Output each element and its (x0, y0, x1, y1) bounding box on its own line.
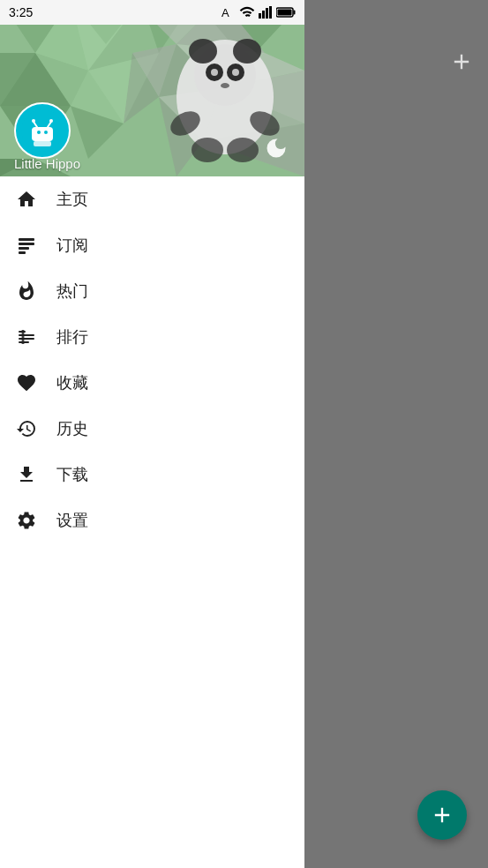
sidebar-label-subscribe: 订阅 (56, 235, 88, 256)
home-icon (14, 187, 39, 212)
sidebar-item-history[interactable]: 历史 (0, 406, 304, 452)
svg-rect-53 (19, 251, 26, 254)
favorites-icon (14, 370, 39, 395)
svg-point-61 (21, 340, 25, 344)
svg-rect-50 (19, 238, 34, 241)
settings-icon (14, 508, 39, 533)
download-icon (14, 462, 39, 487)
svg-rect-49 (34, 141, 51, 146)
sidebar-item-download[interactable]: 下载 (0, 452, 304, 498)
sidebar-item-settings[interactable]: 设置 (0, 498, 304, 543)
svg-point-40 (227, 138, 259, 162)
svg-rect-65 (266, 8, 268, 19)
svg-text:A: A (221, 6, 229, 19)
svg-rect-64 (262, 11, 265, 19)
svg-point-44 (32, 119, 35, 123)
sidebar-label-download: 下载 (56, 464, 88, 485)
sidebar-label-rank: 排行 (56, 326, 88, 348)
battery-icon (276, 7, 296, 18)
svg-rect-69 (278, 10, 292, 16)
navigation-drawer: Little Hippo 主页 (0, 0, 304, 868)
svg-point-48 (44, 131, 48, 134)
sidebar-label-favorites: 收藏 (56, 372, 88, 393)
sidebar-item-subscribe[interactable]: 订阅 (0, 222, 304, 268)
fab-button[interactable] (417, 790, 467, 840)
add-top-button[interactable] (444, 44, 479, 79)
status-icons: A (221, 5, 296, 19)
wifi-icon (239, 6, 255, 19)
right-panel (304, 0, 488, 868)
signal-icon (259, 6, 273, 19)
drawer-header: Little Hippo (0, 0, 304, 176)
svg-point-31 (233, 39, 261, 64)
subscribe-icon (14, 233, 39, 258)
svg-point-47 (37, 131, 41, 134)
svg-rect-51 (19, 243, 34, 245)
svg-rect-52 (19, 247, 29, 250)
username-label: Little Hippo (14, 156, 80, 171)
svg-point-35 (232, 69, 239, 76)
svg-point-46 (49, 119, 53, 123)
svg-point-30 (189, 39, 217, 64)
sidebar-label-home: 主页 (56, 189, 88, 210)
dark-mode-toggle[interactable] (262, 134, 290, 162)
sidebar-item-hot[interactable]: 热门 (0, 268, 304, 314)
svg-rect-42 (32, 127, 53, 141)
status-time: 3:25 (9, 5, 33, 19)
svg-point-60 (21, 337, 25, 340)
avatar (14, 102, 71, 159)
svg-rect-66 (269, 6, 272, 19)
sidebar-item-rank[interactable]: 排行 (0, 314, 304, 360)
history-icon (14, 416, 39, 441)
svg-point-58 (21, 330, 25, 333)
svg-point-59 (21, 333, 25, 337)
svg-point-39 (191, 138, 223, 162)
sidebar-label-settings: 设置 (56, 510, 88, 531)
nav-list: 主页 订阅 热门 (0, 176, 304, 868)
sidebar-item-home[interactable]: 主页 (0, 176, 304, 222)
accessibility-icon: A (221, 5, 236, 19)
svg-rect-63 (259, 13, 261, 19)
status-bar: 3:25 A (0, 0, 304, 25)
sidebar-label-hot: 热门 (56, 281, 88, 302)
sidebar-item-favorites[interactable]: 收藏 (0, 360, 304, 406)
sidebar-label-history: 历史 (56, 418, 88, 439)
svg-point-36 (221, 83, 229, 88)
hot-icon (14, 279, 39, 303)
svg-point-34 (211, 69, 218, 76)
svg-rect-68 (294, 11, 296, 15)
rank-icon (14, 325, 39, 349)
